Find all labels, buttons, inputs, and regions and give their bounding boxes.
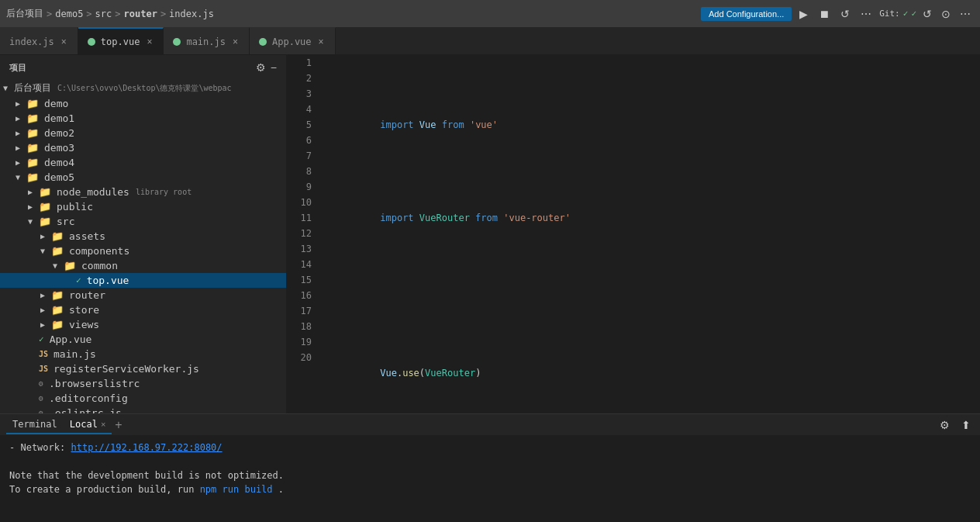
sidebar-header: 项目 ⚙ −: [0, 55, 286, 80]
arrow-icon: ▶: [16, 143, 23, 152]
tab-close-index-js[interactable]: ×: [60, 36, 68, 47]
tree-item-demo[interactable]: ▶ 📁 demo: [0, 96, 286, 111]
settings-button[interactable]: ⋯: [957, 6, 974, 22]
tree-item-public[interactable]: ▶ 📁 public: [0, 199, 286, 214]
sidebar-title: 项目: [9, 62, 26, 74]
terminal-tab-bar: Terminal Local × + ⚙ ⬆: [0, 414, 980, 436]
breadcrumb-item-3[interactable]: router: [124, 9, 157, 19]
network-link[interactable]: http://192.168.97.222:8080/: [71, 442, 222, 453]
tree-item-label: .eslintrc.js: [49, 407, 122, 413]
tree-item-label: .browserslistrc: [49, 378, 140, 389]
tree-item-top-vue[interactable]: ▶ ✓ top.vue: [0, 273, 286, 288]
git-history-button[interactable]: ⊙: [938, 6, 954, 22]
restart-button[interactable]: ↺: [837, 6, 853, 22]
tree-item-node-modules[interactable]: ▶ 📁 node_modules library root: [0, 185, 286, 199]
tree-item-components[interactable]: ▼ 📁 components: [0, 244, 286, 258]
npm-run-build-text: npm run build: [200, 484, 273, 495]
tree-item-demo3[interactable]: ▶ 📁 demo3: [0, 140, 286, 155]
tree-item-router[interactable]: ▶ 📁 router: [0, 288, 286, 302]
run-button[interactable]: ▶: [796, 6, 811, 22]
tree-item-app-vue[interactable]: ▶ ✓ App.vue: [0, 332, 286, 347]
tab-main-js[interactable]: main.js ×: [164, 27, 250, 54]
tree-item-demo5[interactable]: ▼ 📁 demo5: [0, 170, 286, 185]
breadcrumb-item-4[interactable]: index.js: [169, 9, 214, 19]
tree-item-assets[interactable]: ▶ 📁 assets: [0, 229, 286, 244]
tree-item-main-js[interactable]: ▶ JS main.js: [0, 347, 286, 361]
terminal-maximize-button[interactable]: ⬆: [958, 417, 974, 433]
file-icon: ⚙: [39, 394, 43, 403]
tree-item-views[interactable]: ▶ 📁 views: [0, 317, 286, 332]
tree-item-src[interactable]: ▼ 📁 src: [0, 214, 286, 229]
local-tab[interactable]: Local ×: [64, 416, 112, 434]
editor-content[interactable]: 1 2 3 4 5 6 7 8 9 10 11 12 13 14 15 16 1…: [287, 55, 980, 413]
tree-item-editorconfig[interactable]: ▶ ⚙ .editorconfig: [0, 391, 286, 406]
tab-index-js[interactable]: index.js ×: [0, 27, 78, 54]
folder-icon: 📁: [26, 127, 39, 139]
terminal-settings-button[interactable]: ⚙: [937, 417, 953, 433]
editor[interactable]: 1 2 3 4 5 6 7 8 9 10 11 12 13 14 15 16 1…: [287, 55, 980, 413]
tree-item-store[interactable]: ▶ 📁 store: [0, 302, 286, 317]
tree-item-demo2[interactable]: ▶ 📁 demo2: [0, 126, 286, 140]
tab-close-main-js[interactable]: ×: [231, 36, 240, 47]
more-button[interactable]: ⋯: [858, 6, 875, 22]
add-configuration-button[interactable]: Add Configuration...: [701, 7, 792, 21]
code-line-4: Vue.use(VueRouter): [324, 350, 974, 396]
tab-bar: index.js × top.vue × main.js × App.vue ×: [0, 28, 980, 55]
tab-close-app-vue[interactable]: ×: [317, 36, 326, 47]
tree-item-label: router: [69, 289, 105, 301]
tab-label-app-vue: App.vue: [272, 36, 312, 47]
tree-item-label: App.vue: [50, 334, 92, 345]
breadcrumb-area: 后台项目 > demo5 > src > router > index.js: [6, 7, 695, 20]
js-file-icon: JS: [39, 365, 48, 373]
tree-item-label: demo4: [44, 157, 74, 168]
arrow-icon: ▼: [3, 84, 11, 92]
breadcrumb-item-1[interactable]: demo5: [55, 9, 83, 19]
tree-item-label: registerServiceWorker.js: [53, 363, 199, 375]
tree-item-label: node_modules: [57, 186, 129, 198]
main-area: 项目 ⚙ − ▼ 后台项目 C:\Users\ovvo\Desktop\德克特课…: [0, 55, 980, 413]
tree-item-browserslistrc[interactable]: ▶ ⚙ .browserslistrc: [0, 376, 286, 391]
tree-item-label: demo2: [44, 127, 74, 139]
file-icon: ⚙: [39, 379, 43, 388]
arrow-icon: ▶: [16, 99, 23, 108]
tab-app-vue[interactable]: App.vue ×: [250, 27, 336, 54]
code-line-2: import VueRouter from 'vue-router': [324, 195, 974, 241]
arrow-icon: ▶: [28, 202, 36, 211]
vue-file-icon: ✓: [39, 334, 44, 344]
terminal-tab[interactable]: Terminal: [6, 416, 64, 434]
tree-item-demo1[interactable]: ▶ 📁 demo1: [0, 111, 286, 126]
tab-top-vue[interactable]: top.vue ×: [78, 27, 164, 54]
tree-item-root[interactable]: ▼ 后台项目 C:\Users\ovvo\Desktop\德克特课堂\webpa…: [0, 80, 286, 96]
tab-close-top-vue[interactable]: ×: [145, 36, 154, 47]
tree-item-label: common: [81, 260, 118, 271]
arrow-icon: ▼: [53, 261, 60, 270]
terminal-line-4: To create a production build, run npm ru…: [9, 482, 971, 496]
stop-button[interactable]: ⏹: [816, 6, 833, 22]
tree-item-eslintrc[interactable]: ▶ ⚙ .eslintrc.js: [0, 406, 286, 413]
tree-item-common[interactable]: ▼ 📁 common: [0, 258, 286, 273]
git-refresh-button[interactable]: ↺: [920, 6, 935, 22]
terminal-content[interactable]: - Network: http://192.168.97.222:8080/ N…: [0, 436, 980, 522]
tree-item-label: top.vue: [87, 275, 129, 286]
tree-item-label: public: [57, 201, 93, 213]
breadcrumb-item-2[interactable]: src: [95, 9, 112, 19]
code-editor-area[interactable]: import Vue from 'vue' import VueRouter f…: [318, 55, 980, 413]
breadcrumb-item-0[interactable]: 后台项目: [6, 7, 43, 20]
terminal-right-icons: ⚙ ⬆: [937, 417, 974, 433]
tree-item-demo4[interactable]: ▶ 📁 demo4: [0, 155, 286, 170]
code-line-3: [324, 288, 974, 303]
sidebar-collapse-button[interactable]: −: [271, 61, 277, 74]
tree-item-label: demo1: [44, 112, 74, 124]
tree-item-label: main.js: [53, 348, 96, 360]
arrow-icon: ▶: [40, 306, 48, 314]
local-tab-close[interactable]: ×: [101, 420, 105, 429]
terminal-line-1: - Network: http://192.168.97.222:8080/: [9, 441, 971, 455]
sidebar-settings-button[interactable]: ⚙: [256, 61, 266, 74]
folder-icon: 📁: [26, 112, 39, 124]
add-terminal-button[interactable]: +: [112, 418, 125, 432]
tree-item-register-sw[interactable]: ▶ JS registerServiceWorker.js: [0, 361, 286, 376]
tree-item-label: demo3: [44, 142, 74, 154]
sidebar-icons: ⚙ −: [256, 61, 277, 74]
arrow-icon: ▼: [40, 247, 48, 255]
folder-icon: 📁: [64, 260, 76, 271]
